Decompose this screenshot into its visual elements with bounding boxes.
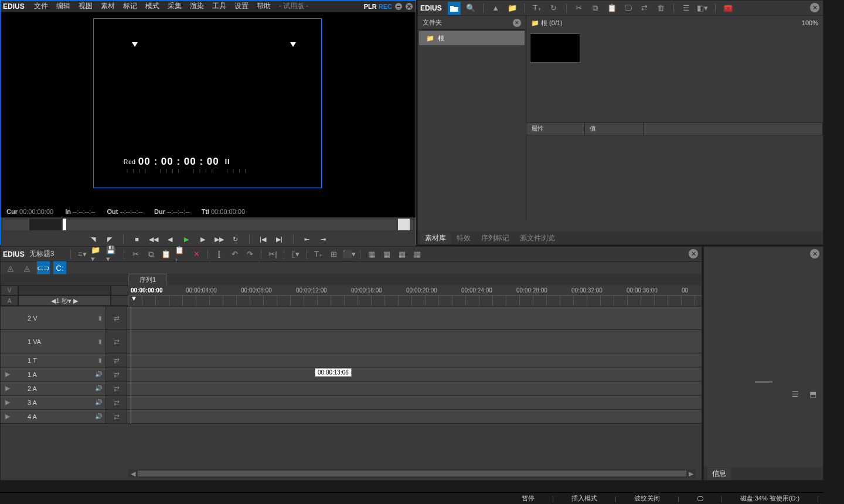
track-lane[interactable] (127, 382, 702, 395)
track-header[interactable]: ▶3 A🔊 (1, 396, 106, 409)
close-icon[interactable] (405, 2, 413, 11)
loop-button[interactable]: ↻ (230, 234, 241, 244)
new-clip-icon[interactable]: ↻ (547, 2, 560, 15)
track-header[interactable]: ▶2 A🔊 (1, 382, 106, 395)
menu-capture[interactable]: 采集 (164, 1, 185, 11)
menu-help[interactable]: 帮助 (253, 1, 274, 11)
prev-edit-button[interactable]: |◀ (258, 234, 268, 244)
menu-file[interactable]: 文件 (30, 1, 52, 11)
minimize-icon[interactable] (394, 2, 403, 11)
film-icon[interactable]: ▮ (98, 315, 102, 321)
track-lane[interactable] (127, 307, 702, 329)
scale-selector[interactable]: ◀ 1 秒 ▾ ▶ (18, 295, 111, 306)
ttl-tc[interactable]: 00:00:00:00 (211, 208, 245, 215)
copy-icon[interactable]: ⧉ (144, 248, 157, 261)
next-edit-button[interactable]: ▶| (274, 234, 285, 244)
track-header[interactable]: ▶1 A🔊 (1, 367, 106, 381)
track-sync-icon[interactable]: ⇄ (106, 367, 127, 381)
tab-effects[interactable]: 特效 (452, 232, 475, 244)
up-folder-icon[interactable]: ▲ (489, 2, 502, 15)
redo-icon[interactable]: ↷ (243, 248, 256, 261)
folder-root[interactable]: 📁 根 (419, 31, 525, 45)
ruler[interactable]: 00:00:00:0000:00:04:0000:00:08:0000:00:1… (128, 285, 702, 306)
grid3-icon[interactable]: ▦ (396, 248, 409, 261)
tab-bin[interactable]: 素材库 (420, 232, 451, 244)
track-sync-icon[interactable]: ⇄ (106, 396, 127, 409)
track-lane[interactable] (127, 396, 702, 409)
group-mode-icon[interactable]: ⊂⊃ (37, 261, 50, 274)
clip-thumbnail[interactable] (530, 33, 580, 63)
browser-close-icon[interactable]: ✕ (810, 3, 819, 12)
menu-tools[interactable]: 工具 (209, 1, 230, 11)
film-icon[interactable]: ▮ (98, 357, 102, 363)
track-sync-icon[interactable]: ⇄ (106, 410, 127, 423)
info-fx-icon[interactable]: ⬒ (806, 387, 819, 400)
scrub-playhead[interactable] (63, 219, 66, 230)
track-lane[interactable] (127, 410, 702, 423)
snap2-icon[interactable]: ◬ (21, 261, 33, 274)
info-list-icon[interactable]: ☰ (789, 387, 802, 400)
play-button[interactable]: ▶ (181, 234, 192, 244)
menu-settings[interactable]: 设置 (231, 1, 252, 11)
track-sync-icon[interactable]: ⇄ (106, 382, 127, 395)
track-header[interactable]: 1 VA▮ (1, 330, 106, 353)
seq-tab-1[interactable]: 序列1 (128, 274, 167, 286)
layout-icon[interactable]: ⊞ (327, 248, 340, 261)
dur-tc[interactable]: --:--:--:-- (167, 208, 189, 215)
insert-button[interactable]: ⇤ (302, 234, 312, 244)
info-close-icon[interactable]: ✕ (810, 249, 819, 258)
split-handle[interactable] (704, 376, 823, 387)
cut-icon[interactable]: ✂ (129, 248, 142, 261)
snap1-icon[interactable]: ◬ (4, 261, 17, 274)
delete-icon[interactable]: 🗑 (655, 2, 668, 15)
film-icon[interactable]: ▮ (98, 338, 102, 345)
zoom-level[interactable]: 100% (802, 19, 818, 26)
track-sync-icon[interactable]: ⇄ (106, 353, 127, 367)
speaker-icon[interactable]: 🔊 (95, 413, 102, 420)
new-seq-icon[interactable]: ≡▾ (76, 248, 89, 261)
next-frame-button[interactable]: ▶ (198, 234, 208, 244)
folder-view-icon[interactable] (448, 2, 461, 15)
h-scrollbar[interactable]: ◀ ▶ (128, 469, 696, 478)
track-header[interactable]: ▶4 A🔊 (1, 410, 106, 423)
tab-markers[interactable]: 序列标记 (477, 232, 514, 244)
paste-icon[interactable]: 📋 (159, 248, 172, 261)
open-folder-icon[interactable]: 📁 (506, 2, 519, 15)
speaker-icon[interactable]: 🔊 (95, 399, 102, 406)
grid2-icon[interactable]: ▦ (380, 248, 393, 261)
plr-rec-toggle[interactable]: PLR REC (364, 3, 392, 10)
menu-edit[interactable]: 编辑 (53, 1, 74, 11)
v-patch[interactable] (18, 285, 111, 295)
menu-mode[interactable]: 模式 (142, 1, 163, 11)
list-view-icon[interactable]: ☰ (680, 2, 693, 15)
cut-icon[interactable]: ✂ (573, 2, 586, 15)
stop-button[interactable]: ■ (132, 234, 142, 244)
track-lane[interactable] (127, 330, 702, 353)
menu-render[interactable]: 渲染 (186, 1, 207, 11)
cur-tc[interactable]: 00:00:00:00 (19, 208, 53, 215)
delete-icon[interactable]: ✕ (190, 248, 203, 261)
rewind-button[interactable]: ◀◀ (148, 234, 159, 244)
overwrite-button[interactable]: ⇥ (318, 234, 329, 244)
track-lane[interactable]: 00:00:13:06 (127, 367, 702, 381)
save-icon[interactable]: 💾▾ (106, 248, 119, 261)
prev-frame-button[interactable]: ◀ (165, 234, 175, 244)
v-header[interactable]: V (1, 285, 18, 295)
ripple-icon[interactable]: ⟦ (213, 248, 226, 261)
folder-close-icon[interactable]: ✕ (513, 19, 521, 27)
transition-icon[interactable]: ⬛▾ (342, 248, 355, 261)
speaker-icon[interactable]: 🔊 (95, 385, 102, 391)
grid1-icon[interactable]: ▦ (365, 248, 378, 261)
sync-mode-icon[interactable]: C: (53, 261, 66, 274)
out-tc[interactable]: --:--:--:-- (120, 208, 142, 215)
paste-icon[interactable]: 📋 (605, 2, 618, 15)
bin-body[interactable] (526, 30, 823, 122)
detail-view-icon[interactable]: ◧▾ (696, 2, 709, 15)
copy-icon[interactable]: ⧉ (589, 2, 602, 15)
speaker-icon[interactable]: 🔊 (95, 371, 102, 377)
monitor-icon[interactable]: 🖵 (622, 2, 635, 15)
in-tc[interactable]: --:--:--:-- (73, 208, 95, 215)
open-icon[interactable]: 📁▾ (91, 248, 104, 261)
scrub-bar[interactable] (3, 219, 413, 230)
a-header[interactable]: A (1, 295, 18, 306)
